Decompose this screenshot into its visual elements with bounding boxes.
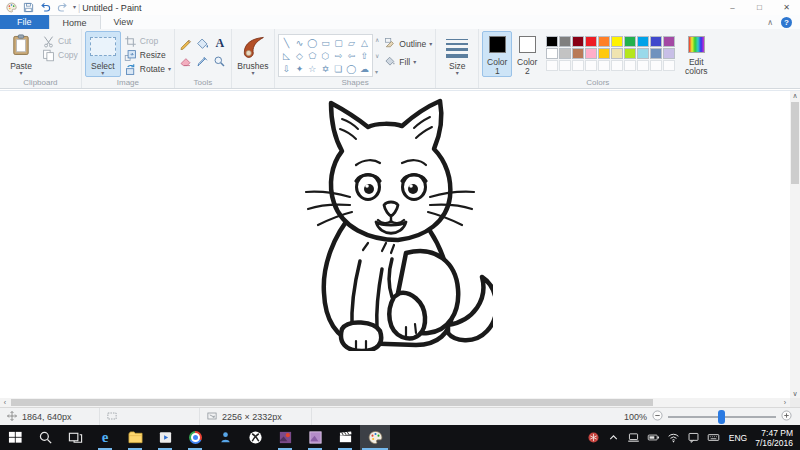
taskbar-edge[interactable]: e <box>90 425 120 450</box>
palette-swatch[interactable] <box>624 36 636 47</box>
taskbar-chrome[interactable] <box>180 425 210 450</box>
shape-oval-callout[interactable]: ◯ <box>345 62 358 75</box>
crop-button[interactable]: Crop <box>124 35 171 47</box>
save-button[interactable] <box>22 2 34 14</box>
zoom-slider-thumb[interactable] <box>718 410 725 424</box>
taskbar-clock[interactable]: 7:47 PM 7/16/2016 <box>755 428 793 448</box>
palette-swatch[interactable] <box>572 36 584 47</box>
palette-swatch[interactable] <box>663 48 675 59</box>
palette-swatch[interactable] <box>598 36 610 47</box>
outline-button[interactable]: Outline ▾ <box>384 37 432 51</box>
ribbon-collapse-icon[interactable]: ∧ <box>767 18 773 27</box>
shape-four-point-star[interactable]: ✦ <box>293 62 306 75</box>
tab-view[interactable]: View <box>101 15 146 29</box>
scroll-left-arrow[interactable]: ‹ <box>0 398 10 407</box>
palette-swatch[interactable] <box>624 48 636 59</box>
shape-six-point-star[interactable]: ✡ <box>319 62 332 75</box>
palette-swatch-empty[interactable] <box>546 60 558 71</box>
palette-swatch[interactable] <box>650 48 662 59</box>
zoom-in-button[interactable] <box>781 410 792 423</box>
action-center-icon[interactable] <box>687 431 701 445</box>
undo-button[interactable] <box>39 2 51 14</box>
cut-button[interactable]: Cut <box>42 35 78 47</box>
palette-swatch[interactable] <box>663 36 675 47</box>
palette-swatch[interactable] <box>598 48 610 59</box>
palette-swatch[interactable] <box>611 36 623 47</box>
language-indicator[interactable]: ENG <box>727 433 749 443</box>
shape-diamond[interactable]: ◇ <box>293 49 306 62</box>
vertical-scroll-thumb[interactable] <box>791 102 799 184</box>
palette-swatch-empty[interactable] <box>650 60 662 71</box>
palette-swatch-empty[interactable] <box>559 60 571 71</box>
taskbar-search[interactable] <box>30 425 60 450</box>
color1-button[interactable]: Color 1 <box>482 31 512 77</box>
taskbar-paint[interactable] <box>360 425 390 450</box>
text-tool[interactable]: A <box>212 35 228 52</box>
palette-swatch[interactable] <box>546 36 558 47</box>
scroll-up-arrow[interactable]: ∧ <box>790 91 800 100</box>
shapes-scroll-more[interactable]: ▾ <box>375 68 379 75</box>
palette-swatch[interactable] <box>637 36 649 47</box>
palette-swatch-empty[interactable] <box>611 60 623 71</box>
taskbar-photo-editor[interactable] <box>300 425 330 450</box>
palette-swatch[interactable] <box>559 48 571 59</box>
palette-swatch-empty[interactable] <box>572 60 584 71</box>
rotate-button[interactable]: Rotate ▾ <box>124 63 171 75</box>
laptop-icon[interactable] <box>627 431 641 445</box>
size-button[interactable]: Size ▾ <box>439 31 475 77</box>
taskbar-xbox[interactable] <box>240 425 270 450</box>
shape-rounded-callout[interactable]: ❏ <box>332 62 345 75</box>
shape-rectangle[interactable]: ▭ <box>319 36 332 49</box>
taskbar-task-view[interactable] <box>60 425 90 450</box>
edit-colors-button[interactable]: Edit colors <box>679 31 713 77</box>
shape-rounded-rectangle[interactable]: ▢ <box>332 36 345 49</box>
fill-button[interactable]: Fill ▾ <box>384 55 432 69</box>
horizontal-scroll-thumb[interactable] <box>11 399 653 406</box>
shape-right-arrow[interactable]: ⇨ <box>332 49 345 62</box>
paste-button[interactable]: Paste ▾ <box>3 31 39 77</box>
shape-oval[interactable]: ◯ <box>306 36 319 49</box>
shape-up-arrow[interactable]: ⇧ <box>358 49 371 62</box>
help-icon[interactable]: ? <box>781 17 792 28</box>
tab-home[interactable]: Home <box>49 15 101 29</box>
horizontal-scrollbar[interactable]: ‹ › <box>0 398 790 407</box>
copy-button[interactable]: Copy <box>42 49 78 61</box>
shapes-scroll-up[interactable]: ∧ <box>375 36 379 43</box>
shape-pentagon[interactable]: ⬠ <box>306 49 319 62</box>
fill-bucket-tool[interactable] <box>195 35 211 52</box>
color-picker-tool[interactable] <box>195 53 211 70</box>
tab-file[interactable]: File <box>0 15 49 29</box>
taskbar-movies-tv[interactable] <box>150 425 180 450</box>
zoom-out-button[interactable] <box>652 410 663 423</box>
taskbar-photos[interactable] <box>270 425 300 450</box>
taskbar-start[interactable] <box>0 425 30 450</box>
shape-cloud-callout[interactable]: ☁ <box>358 62 371 75</box>
palette-swatch-empty[interactable] <box>637 60 649 71</box>
palette-swatch[interactable] <box>611 48 623 59</box>
palette-swatch[interactable] <box>637 48 649 59</box>
palette-swatch[interactable] <box>572 48 584 59</box>
shape-triangle[interactable]: △ <box>358 36 371 49</box>
shape-down-arrow[interactable]: ⇩ <box>280 62 293 75</box>
minimize-button[interactable]: – <box>719 0 746 15</box>
select-button[interactable]: Select ▾ <box>85 31 121 77</box>
palette-swatch-empty[interactable] <box>624 60 636 71</box>
shape-right-triangle[interactable]: ◺ <box>280 49 293 62</box>
customize-qat-caret[interactable]: ▾ <box>73 5 76 10</box>
palette-swatch[interactable] <box>585 48 597 59</box>
taskbar-movie-maker[interactable] <box>330 425 360 450</box>
resize-button[interactable]: Resize <box>124 49 171 61</box>
shape-polygon[interactable]: ▱ <box>345 36 358 49</box>
shape-line[interactable]: ╲ <box>280 36 293 49</box>
palette-swatch[interactable] <box>650 36 662 47</box>
magnifier-tool[interactable] <box>212 53 228 70</box>
eraser-tool[interactable] <box>178 53 194 70</box>
maximize-button[interactable]: □ <box>746 0 773 15</box>
vertical-scrollbar[interactable]: ∧ ∨ <box>790 91 800 398</box>
palette-swatch[interactable] <box>559 36 571 47</box>
palette-swatch-empty[interactable] <box>585 60 597 71</box>
brushes-button[interactable]: Brushes ▾ <box>235 31 271 77</box>
shape-hexagon[interactable]: ⬡ <box>319 49 332 62</box>
keyboard-icon[interactable] <box>707 431 721 445</box>
taskbar-person-app[interactable] <box>210 425 240 450</box>
